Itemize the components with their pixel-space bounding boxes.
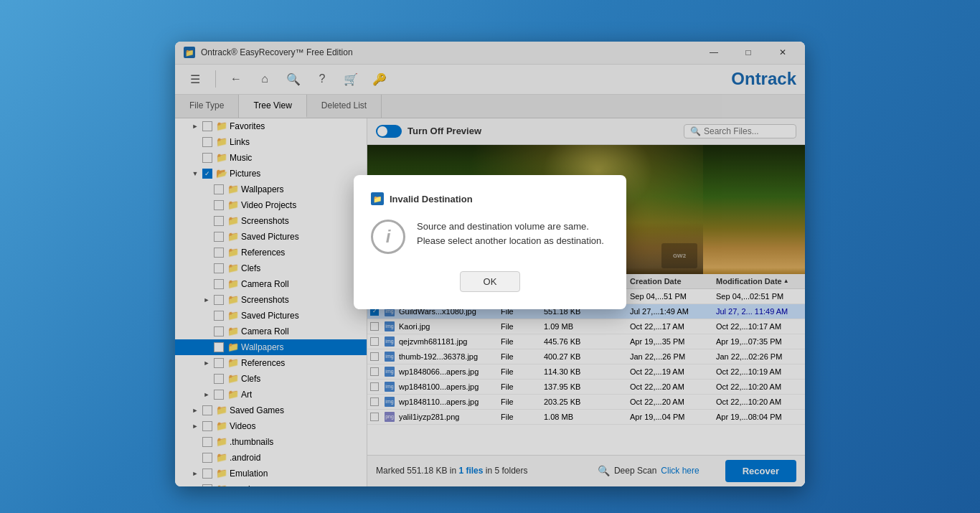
dialog-info-icon: i [371,220,405,254]
invalid-destination-dialog: 📁 Invalid Destination i Source and desti… [354,175,626,309]
dialog-title-bar: 📁 Invalid Destination [371,192,609,205]
dialog-message: Source and destination volume are same. … [417,220,609,248]
dialog-app-icon: 📁 [371,192,384,205]
dialog-footer: OK [371,271,609,292]
dialog-body: i Source and destination volume are same… [371,220,609,254]
info-icon-text: i [386,227,391,247]
dialog-overlay: 📁 Invalid Destination i Source and desti… [175,42,805,486]
dialog-ok-button[interactable]: OK [460,271,521,292]
main-window: 📁 Ontrack® EasyRecovery™ Free Edition — … [175,42,805,486]
dialog-title: Invalid Destination [390,194,473,204]
